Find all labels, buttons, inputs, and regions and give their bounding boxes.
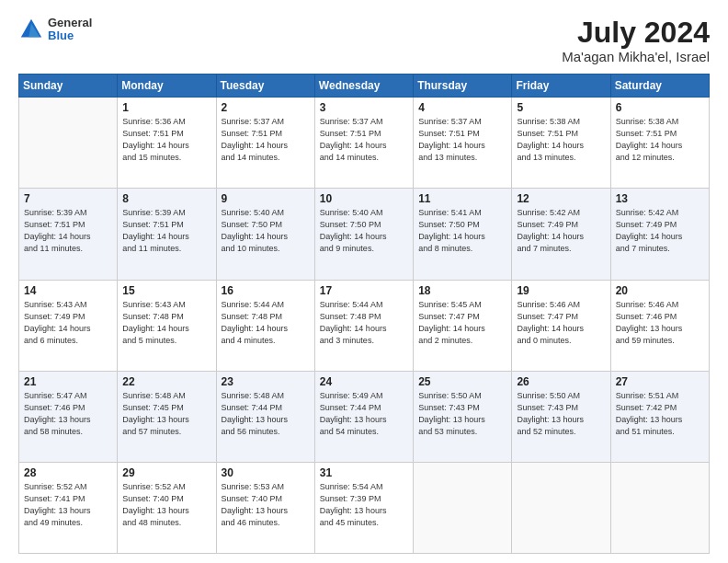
calendar-cell: 24Sunrise: 5:49 AM Sunset: 7:44 PM Dayli… bbox=[314, 371, 413, 462]
calendar-cell: 12Sunrise: 5:42 AM Sunset: 7:49 PM Dayli… bbox=[512, 189, 610, 280]
day-info: Sunrise: 5:40 AM Sunset: 7:50 PM Dayligh… bbox=[320, 207, 408, 255]
day-info: Sunrise: 5:47 AM Sunset: 7:46 PM Dayligh… bbox=[24, 390, 112, 438]
day-number: 4 bbox=[418, 101, 506, 114]
day-number: 24 bbox=[320, 375, 408, 388]
day-number: 22 bbox=[122, 375, 210, 388]
calendar-cell: 19Sunrise: 5:46 AM Sunset: 7:47 PM Dayli… bbox=[512, 280, 610, 371]
calendar-cell: 26Sunrise: 5:50 AM Sunset: 7:43 PM Dayli… bbox=[512, 371, 610, 462]
week-row-5: 28Sunrise: 5:52 AM Sunset: 7:41 PM Dayli… bbox=[19, 462, 710, 553]
day-info: Sunrise: 5:54 AM Sunset: 7:39 PM Dayligh… bbox=[320, 481, 408, 529]
day-info: Sunrise: 5:37 AM Sunset: 7:51 PM Dayligh… bbox=[320, 116, 408, 164]
logo-icon bbox=[18, 17, 44, 42]
day-number: 16 bbox=[222, 284, 310, 297]
calendar-cell: 28Sunrise: 5:52 AM Sunset: 7:41 PM Dayli… bbox=[19, 462, 118, 553]
day-info: Sunrise: 5:46 AM Sunset: 7:46 PM Dayligh… bbox=[616, 299, 704, 347]
week-row-1: 1Sunrise: 5:36 AM Sunset: 7:51 PM Daylig… bbox=[19, 98, 710, 189]
day-info: Sunrise: 5:42 AM Sunset: 7:49 PM Dayligh… bbox=[616, 207, 704, 255]
calendar-cell: 9Sunrise: 5:40 AM Sunset: 7:50 PM Daylig… bbox=[216, 189, 314, 280]
calendar-cell: 10Sunrise: 5:40 AM Sunset: 7:50 PM Dayli… bbox=[314, 189, 413, 280]
day-info: Sunrise: 5:39 AM Sunset: 7:51 PM Dayligh… bbox=[24, 207, 112, 255]
day-info: Sunrise: 5:40 AM Sunset: 7:50 PM Dayligh… bbox=[222, 207, 310, 255]
day-number: 20 bbox=[616, 284, 704, 297]
weekday-header-row: SundayMondayTuesdayWednesdayThursdayFrid… bbox=[19, 75, 710, 98]
day-info: Sunrise: 5:52 AM Sunset: 7:41 PM Dayligh… bbox=[24, 481, 112, 529]
day-number: 5 bbox=[517, 101, 605, 114]
logo: General Blue bbox=[18, 17, 92, 43]
calendar-cell: 7Sunrise: 5:39 AM Sunset: 7:51 PM Daylig… bbox=[19, 189, 118, 280]
calendar-cell: 16Sunrise: 5:44 AM Sunset: 7:48 PM Dayli… bbox=[216, 280, 314, 371]
day-info: Sunrise: 5:52 AM Sunset: 7:40 PM Dayligh… bbox=[122, 481, 210, 529]
day-number: 19 bbox=[517, 284, 605, 297]
calendar-cell: 25Sunrise: 5:50 AM Sunset: 7:43 PM Dayli… bbox=[414, 371, 512, 462]
day-number: 21 bbox=[24, 375, 112, 388]
day-number: 8 bbox=[122, 192, 210, 205]
day-number: 7 bbox=[24, 192, 112, 205]
day-number: 12 bbox=[517, 192, 605, 205]
day-info: Sunrise: 5:49 AM Sunset: 7:44 PM Dayligh… bbox=[320, 390, 408, 438]
day-info: Sunrise: 5:44 AM Sunset: 7:48 PM Dayligh… bbox=[222, 299, 310, 347]
week-row-2: 7Sunrise: 5:39 AM Sunset: 7:51 PM Daylig… bbox=[19, 189, 710, 280]
calendar-cell: 30Sunrise: 5:53 AM Sunset: 7:40 PM Dayli… bbox=[216, 462, 314, 553]
day-info: Sunrise: 5:38 AM Sunset: 7:51 PM Dayligh… bbox=[517, 116, 605, 164]
day-number: 11 bbox=[418, 192, 506, 205]
title-month: July 2024 bbox=[562, 17, 710, 49]
weekday-header-monday: Monday bbox=[118, 75, 216, 98]
day-number: 9 bbox=[222, 192, 310, 205]
calendar-cell: 18Sunrise: 5:45 AM Sunset: 7:47 PM Dayli… bbox=[414, 280, 512, 371]
day-info: Sunrise: 5:37 AM Sunset: 7:51 PM Dayligh… bbox=[418, 116, 506, 164]
day-info: Sunrise: 5:36 AM Sunset: 7:51 PM Dayligh… bbox=[122, 116, 210, 164]
day-number: 25 bbox=[418, 375, 506, 388]
page: General Blue July 2024 Ma'agan Mikha'el,… bbox=[0, 0, 728, 563]
day-info: Sunrise: 5:48 AM Sunset: 7:45 PM Dayligh… bbox=[122, 390, 210, 438]
day-info: Sunrise: 5:44 AM Sunset: 7:48 PM Dayligh… bbox=[320, 299, 408, 347]
day-number: 30 bbox=[222, 466, 310, 479]
calendar-cell: 3Sunrise: 5:37 AM Sunset: 7:51 PM Daylig… bbox=[314, 98, 413, 189]
calendar-cell: 13Sunrise: 5:42 AM Sunset: 7:49 PM Dayli… bbox=[610, 189, 709, 280]
calendar-cell bbox=[610, 462, 709, 553]
calendar-cell: 22Sunrise: 5:48 AM Sunset: 7:45 PM Dayli… bbox=[118, 371, 216, 462]
day-info: Sunrise: 5:37 AM Sunset: 7:51 PM Dayligh… bbox=[222, 116, 310, 164]
weekday-header-thursday: Thursday bbox=[414, 75, 512, 98]
day-info: Sunrise: 5:43 AM Sunset: 7:49 PM Dayligh… bbox=[24, 299, 112, 347]
calendar-cell: 15Sunrise: 5:43 AM Sunset: 7:48 PM Dayli… bbox=[118, 280, 216, 371]
day-info: Sunrise: 5:51 AM Sunset: 7:42 PM Dayligh… bbox=[616, 390, 704, 438]
day-number: 1 bbox=[122, 101, 210, 114]
weekday-header-wednesday: Wednesday bbox=[314, 75, 413, 98]
logo-general-text: General bbox=[48, 17, 92, 29]
calendar: SundayMondayTuesdayWednesdayThursdayFrid… bbox=[18, 74, 710, 554]
day-number: 23 bbox=[222, 375, 310, 388]
calendar-cell bbox=[512, 462, 610, 553]
day-number: 31 bbox=[320, 466, 408, 479]
weekday-header-friday: Friday bbox=[512, 75, 610, 98]
calendar-cell: 21Sunrise: 5:47 AM Sunset: 7:46 PM Dayli… bbox=[19, 371, 118, 462]
logo-text: General Blue bbox=[48, 17, 92, 43]
calendar-cell: 23Sunrise: 5:48 AM Sunset: 7:44 PM Dayli… bbox=[216, 371, 314, 462]
day-number: 14 bbox=[24, 284, 112, 297]
day-info: Sunrise: 5:50 AM Sunset: 7:43 PM Dayligh… bbox=[517, 390, 605, 438]
title-location: Ma'agan Mikha'el, Israel bbox=[562, 49, 710, 64]
header: General Blue July 2024 Ma'agan Mikha'el,… bbox=[18, 17, 710, 64]
weekday-header-saturday: Saturday bbox=[610, 75, 709, 98]
calendar-cell: 5Sunrise: 5:38 AM Sunset: 7:51 PM Daylig… bbox=[512, 98, 610, 189]
weekday-header-sunday: Sunday bbox=[19, 75, 118, 98]
calendar-cell bbox=[414, 462, 512, 553]
day-info: Sunrise: 5:42 AM Sunset: 7:49 PM Dayligh… bbox=[517, 207, 605, 255]
day-info: Sunrise: 5:46 AM Sunset: 7:47 PM Dayligh… bbox=[517, 299, 605, 347]
title-block: July 2024 Ma'agan Mikha'el, Israel bbox=[562, 17, 710, 64]
day-info: Sunrise: 5:45 AM Sunset: 7:47 PM Dayligh… bbox=[418, 299, 506, 347]
day-number: 27 bbox=[616, 375, 704, 388]
calendar-cell bbox=[19, 98, 118, 189]
day-info: Sunrise: 5:39 AM Sunset: 7:51 PM Dayligh… bbox=[122, 207, 210, 255]
calendar-cell: 27Sunrise: 5:51 AM Sunset: 7:42 PM Dayli… bbox=[610, 371, 709, 462]
day-info: Sunrise: 5:53 AM Sunset: 7:40 PM Dayligh… bbox=[222, 481, 310, 529]
day-info: Sunrise: 5:41 AM Sunset: 7:50 PM Dayligh… bbox=[418, 207, 506, 255]
day-number: 29 bbox=[122, 466, 210, 479]
day-info: Sunrise: 5:43 AM Sunset: 7:48 PM Dayligh… bbox=[122, 299, 210, 347]
day-number: 18 bbox=[418, 284, 506, 297]
calendar-cell: 31Sunrise: 5:54 AM Sunset: 7:39 PM Dayli… bbox=[314, 462, 413, 553]
calendar-cell: 1Sunrise: 5:36 AM Sunset: 7:51 PM Daylig… bbox=[118, 98, 216, 189]
day-info: Sunrise: 5:38 AM Sunset: 7:51 PM Dayligh… bbox=[616, 116, 704, 164]
day-number: 15 bbox=[122, 284, 210, 297]
day-number: 17 bbox=[320, 284, 408, 297]
day-number: 3 bbox=[320, 101, 408, 114]
